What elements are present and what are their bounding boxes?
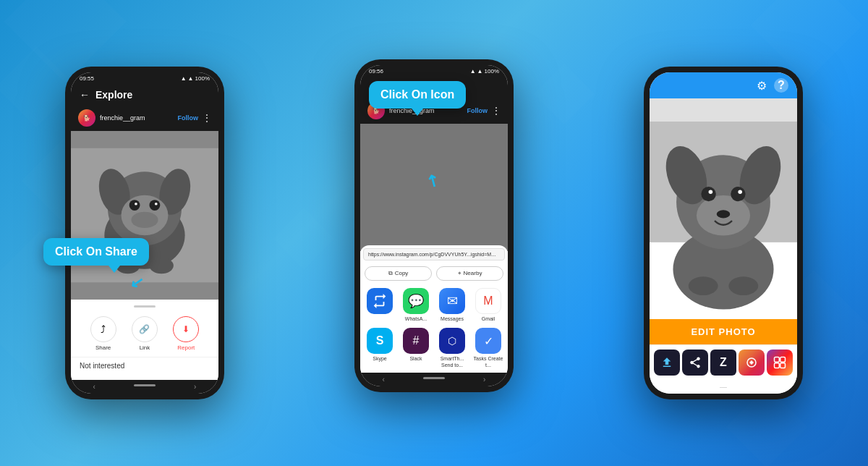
phone2-app-messages[interactable]: ✉ Messages	[437, 288, 467, 322]
phone3-settings-icon[interactable]: ⚙	[757, 79, 767, 93]
phone3-edit-photo-button[interactable]: EDIT PHOTO	[650, 319, 797, 344]
phone1-nav-line[interactable]	[134, 384, 156, 386]
phone2-nearby-button[interactable]: ⌖ Nearby	[436, 266, 503, 281]
phone2-app-tasks[interactable]: ✓ Tasks Create t...	[473, 328, 503, 368]
phone1-post-header: 🐕 frenchie__gram Follow ⋮	[71, 105, 218, 131]
phone2-copy-button[interactable]: ⧉ Copy	[365, 266, 432, 281]
phone2-app-gmail[interactable]: M Gmail	[473, 288, 503, 322]
phone2-share-sheet: https://www.instagram.com/p/CgDVVYUh5Y..…	[360, 245, 508, 373]
phone2-nav-forward[interactable]: ›	[483, 376, 485, 384]
phone2-slack-label: Slack	[409, 356, 422, 362]
phone2-app-skype[interactable]: S Skype	[365, 328, 395, 368]
phone1-link-icon[interactable]: 🔗	[132, 316, 158, 342]
phone1-username: frenchie__gram	[100, 114, 174, 122]
phone1-battery: 100%	[195, 75, 210, 82]
phone2-nav-line[interactable]	[423, 377, 445, 379]
phone3-dog-svg	[650, 98, 797, 319]
phone1-more-dots[interactable]: ⋮	[203, 113, 211, 123]
phone1-nav-back[interactable]: ‹	[93, 383, 95, 391]
phone2-screen: 09:56 ▲ ▲ 100% ← Explore 🐕 frenchie__gra…	[360, 65, 508, 386]
phone3-post-later-button[interactable]: Z	[710, 350, 736, 376]
phone1-share-icon[interactable]: ⤴	[90, 316, 116, 342]
phone1-report-label: Report	[177, 344, 195, 351]
phone2-app-smartthings[interactable]: ⬡ SmartTh... Send to...	[437, 328, 467, 368]
phone1-bottom-sheet: ⤴ Share 🔗 Link ⬇ Report	[71, 300, 218, 380]
svg-point-13	[131, 212, 158, 228]
svg-point-23	[709, 190, 713, 195]
phone1-share-icon-item[interactable]: ⤴ Share	[90, 316, 116, 351]
phone1-nav-forward[interactable]: ›	[194, 383, 196, 391]
phone2-battery: 100%	[485, 68, 499, 75]
phone1-sheet-icons: ⤴ Share 🔗 Link ⬇ Report	[71, 313, 218, 357]
phone3-help-icon[interactable]: ?	[774, 78, 788, 93]
phone1-wifi-icon: ▲	[188, 75, 194, 82]
phone3-wrapper: ⚙ ?	[644, 67, 803, 399]
phone2-time: 09:56	[369, 68, 383, 75]
phone1-link-label: Link	[140, 344, 150, 351]
phone2-more-dots[interactable]: ⋮	[492, 106, 501, 116]
phone1-report-icon-item[interactable]: ⬇ Report	[173, 316, 199, 351]
svg-point-9	[155, 203, 158, 206]
phone3-save-button[interactable]	[654, 350, 680, 376]
svg-rect-31	[775, 363, 780, 368]
phone3-bottom-nav: —	[650, 380, 797, 394]
phone2-skype-icon: S	[367, 328, 393, 354]
phone2-status-icons: ▲ ▲ 100%	[470, 68, 499, 75]
phone1: 09:55 ▲ ▲ 100% ← Explore 🐕 frenchie__gra…	[65, 67, 224, 399]
phone1-signal-icon: ▲	[181, 75, 187, 82]
svg-point-21	[701, 187, 715, 201]
phone1-screen: 09:55 ▲ ▲ 100% ← Explore 🐕 frenchie__gra…	[71, 72, 218, 394]
phone3-bottom-action-bar: Z	[650, 344, 797, 380]
svg-rect-30	[780, 357, 786, 363]
phone1-report-symbol: ⬇	[182, 324, 190, 334]
phone2-whatsapp-label: WhatsA...	[405, 316, 427, 322]
phone1-follow-button[interactable]: Follow	[178, 114, 199, 122]
phone2-app-repost[interactable]	[365, 288, 395, 322]
phone1-link-symbol: 🔗	[139, 324, 150, 334]
phone1-share-label: Share	[95, 344, 111, 351]
phone2-share-actions: ⧉ Copy ⌖ Nearby	[360, 263, 508, 284]
phone2-nav-back[interactable]: ‹	[383, 376, 385, 384]
phone2-repost-icon	[367, 288, 393, 314]
svg-point-27	[728, 276, 758, 295]
phone3: ⚙ ?	[644, 67, 803, 399]
phone3-dog-photo	[650, 98, 797, 319]
phone1-avatar: 🐕	[78, 109, 95, 127]
phone2-slack-icon: #	[403, 328, 429, 354]
phone3-stories-button[interactable]	[739, 350, 765, 376]
phone2-follow-button[interactable]: Follow	[467, 107, 488, 114]
phone1-share-symbol: ⤴	[101, 323, 106, 335]
phone1-bottom-nav: ‹ ›	[71, 380, 218, 394]
phone3-nav-indicator: —	[720, 383, 727, 391]
phone2-gmail-label: Gmail	[482, 316, 495, 322]
phone1-status-bar: 09:55 ▲ ▲ 100%	[71, 72, 218, 85]
phone2-skype-label: Skype	[373, 356, 386, 362]
phone2-share-url: https://www.instagram.com/p/CgDVVYUh5Y..…	[363, 248, 505, 260]
phone2-copy-label: Copy	[395, 270, 409, 276]
svg-point-25	[717, 210, 731, 218]
phone1-sheet-handle	[134, 305, 156, 308]
phone1-report-icon[interactable]: ⬇	[173, 316, 199, 342]
phone2-whatsapp-icon: 💬	[403, 288, 429, 314]
phone1-title: Explore	[95, 89, 132, 101]
phone1-link-icon-item[interactable]: 🔗 Link	[132, 316, 158, 351]
phone2-tasks-label: Tasks Create t...	[473, 356, 503, 368]
svg-point-22	[731, 187, 745, 201]
phone2-app-whatsapp[interactable]: 💬 WhatsA...	[401, 288, 431, 322]
svg-point-12	[149, 258, 173, 274]
phone2-gmail-icon: M	[475, 288, 501, 314]
svg-point-7	[149, 200, 160, 211]
phone1-back-arrow[interactable]: ←	[80, 89, 90, 101]
phone2-signal: ▲	[470, 68, 476, 75]
phone3-share-button[interactable]	[682, 350, 708, 376]
phone1-nav: ← Explore	[71, 85, 218, 105]
phone2-status-bar: 09:56 ▲ ▲ 100%	[360, 65, 508, 77]
phone2-apps-grid: 💬 WhatsA... ✉ Messages M	[360, 284, 508, 373]
phone2-nearby-label: Nearby	[464, 270, 482, 276]
click-on-icon-bubble: Click On Icon	[369, 81, 466, 109]
phone3-feed-button[interactable]	[767, 350, 793, 376]
phone2-wifi: ▲	[477, 68, 483, 75]
phone2-tasks-icon: ✓	[475, 328, 501, 354]
phone2-app-slack[interactable]: # Slack	[401, 328, 431, 368]
svg-rect-29	[775, 357, 780, 363]
